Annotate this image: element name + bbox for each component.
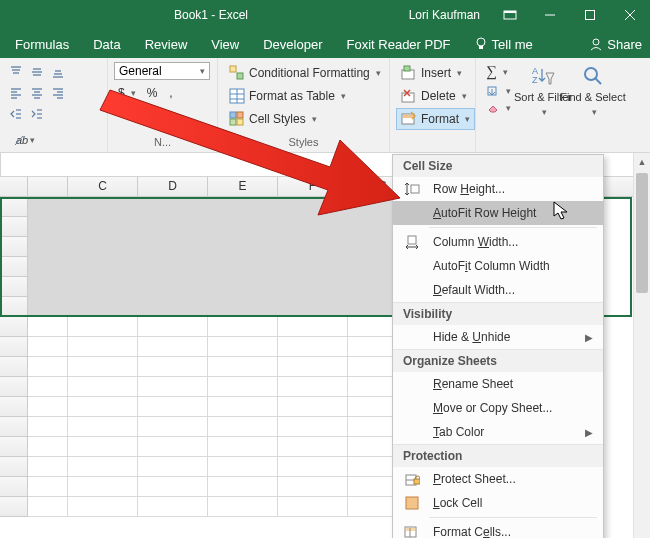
svg-rect-3 [586, 11, 595, 20]
format-cells-button[interactable]: Format▾ [396, 108, 475, 130]
menu-row-height[interactable]: Row Height... [393, 177, 603, 201]
menu-lock-cell[interactable]: Lock Cell [393, 491, 603, 515]
close-button[interactable] [610, 0, 650, 30]
ribbon-display-options-icon[interactable] [490, 0, 530, 30]
share-button[interactable]: Share [589, 37, 642, 52]
decrease-indent-icon[interactable] [6, 104, 26, 124]
column-header[interactable]: E [208, 177, 278, 196]
align-bottom-icon[interactable] [48, 62, 68, 82]
insert-cells-icon [401, 65, 417, 81]
align-right-icon[interactable] [48, 83, 68, 103]
tell-me-label: Tell me [492, 37, 533, 52]
svg-text:.00: .00 [127, 108, 136, 114]
ribbon: ab▾ ab ▾ Alignment General ▾ $▾ % , .0.0… [0, 58, 650, 153]
svg-text:.0: .0 [155, 110, 163, 120]
align-top-icon[interactable] [6, 62, 26, 82]
accounting-format-icon[interactable]: $▾ [114, 84, 140, 102]
lightbulb-icon [474, 37, 488, 51]
sort-filter-button[interactable]: AZ Sort & Filter▾ [521, 62, 565, 120]
person-icon [589, 37, 603, 51]
menu-rename-sheet[interactable]: Rename Sheet [393, 372, 603, 396]
column-header[interactable]: C [68, 177, 138, 196]
minimize-button[interactable] [530, 0, 570, 30]
maximize-button[interactable] [570, 0, 610, 30]
cell-styles-button[interactable]: Cell Styles▾ [224, 108, 386, 130]
menu-default-width[interactable]: Default Width... [393, 278, 603, 302]
format-dropdown-menu: Cell Size Row Height... AutoFit Row Heig… [392, 154, 604, 538]
column-header[interactable]: F [278, 177, 348, 196]
delete-cells-button[interactable]: Delete▾ [396, 85, 475, 107]
increase-decimal-icon[interactable]: .0.00 [114, 106, 140, 122]
find-select-icon [581, 65, 605, 87]
menu-format-cells[interactable]: Format Cells... [393, 520, 603, 538]
insert-cells-button[interactable]: Insert▾ [396, 62, 475, 84]
format-cells-icon [401, 111, 417, 127]
ribbon-group-styles: Conditional Formatting▾ Format as Table▾… [218, 58, 390, 152]
percent-format-icon[interactable]: % [142, 84, 163, 102]
find-select-label: Find & Select [560, 91, 625, 103]
menu-protect-sheet[interactable]: Protect Sheet... [393, 467, 603, 491]
svg-rect-75 [406, 497, 418, 509]
cells-group-label [390, 134, 475, 152]
fill-icon[interactable]: ▾ [482, 84, 515, 98]
scroll-thumb[interactable] [636, 173, 648, 293]
menu-move-copy-sheet[interactable]: Move or Copy Sheet... [393, 396, 603, 420]
submenu-arrow-icon: ▶ [585, 332, 593, 343]
decrease-decimal-icon[interactable]: .00.0 [142, 106, 168, 122]
tab-view[interactable]: View [202, 33, 248, 56]
user-name[interactable]: Lori Kaufman [409, 8, 480, 22]
svg-rect-7 [479, 46, 483, 49]
tab-developer[interactable]: Developer [254, 33, 331, 56]
ribbon-group-cells: Insert▾ Delete▾ Format▾ [390, 58, 476, 152]
select-all-corner[interactable] [0, 177, 28, 196]
tab-formulas[interactable]: Formulas [6, 33, 78, 56]
protect-sheet-icon [403, 470, 421, 488]
autosum-icon[interactable]: ∑▾ [482, 62, 515, 81]
menu-rename-sheet-label: Rename Sheet [433, 377, 513, 391]
menu-autofit-row-height[interactable]: AutoFit Row Height [393, 201, 603, 225]
menu-autofit-row-label: AutoFit Row Height [433, 206, 536, 220]
svg-point-6 [477, 38, 485, 46]
svg-rect-62 [403, 115, 413, 118]
orientation-icon[interactable]: ab▾ [12, 130, 36, 150]
tab-review[interactable]: Review [136, 33, 197, 56]
align-middle-icon[interactable] [27, 62, 47, 82]
menu-move-copy-label: Move or Copy Sheet... [433, 401, 552, 415]
number-format-dropdown[interactable]: General ▾ [114, 62, 210, 80]
column-header[interactable]: D [138, 177, 208, 196]
align-left-icon[interactable] [6, 83, 26, 103]
svg-rect-69 [411, 185, 419, 193]
vertical-scrollbar[interactable]: ▲ [633, 153, 650, 538]
svg-line-67 [595, 78, 601, 84]
ribbon-group-alignment: ab▾ ab ▾ Alignment [0, 58, 108, 152]
align-center-icon[interactable] [27, 83, 47, 103]
ribbon-tabs: Formulas Data Review View Developer Foxi… [0, 30, 650, 58]
increase-indent-icon[interactable] [27, 104, 47, 124]
window-title: Book1 - Excel [174, 8, 248, 22]
menu-tab-color[interactable]: Tab Color ▶ [393, 420, 603, 444]
menu-protect-sheet-label: Protect Sheet... [433, 472, 516, 486]
menu-hide-unhide[interactable]: Hide & Unhide ▶ [393, 325, 603, 349]
svg-rect-47 [237, 73, 243, 79]
tab-data[interactable]: Data [84, 33, 129, 56]
svg-rect-46 [230, 66, 236, 72]
format-cells-label: Format [421, 112, 459, 126]
tell-me[interactable]: Tell me [466, 33, 541, 56]
svg-rect-53 [237, 112, 243, 118]
conditional-formatting-button[interactable]: Conditional Formatting▾ [224, 62, 386, 84]
delete-cells-label: Delete [421, 89, 456, 103]
scroll-up-icon[interactable]: ▲ [634, 153, 650, 170]
comma-format-icon[interactable]: , [164, 84, 177, 102]
menu-hide-unhide-label: Hide & Unhide [433, 330, 510, 344]
share-label: Share [607, 37, 642, 52]
svg-text:Z: Z [532, 75, 538, 85]
tab-foxit[interactable]: Foxit Reader PDF [338, 33, 460, 56]
mouse-cursor-icon [553, 201, 571, 223]
column-header[interactable] [28, 177, 68, 196]
menu-autofit-column-width[interactable]: AutoFit Column Width [393, 254, 603, 278]
find-select-button[interactable]: Find & Select▾ [571, 62, 615, 120]
clear-icon[interactable]: ▾ [482, 101, 515, 115]
sort-filter-icon: AZ [531, 65, 555, 87]
menu-column-width[interactable]: Column Width... [393, 230, 603, 254]
format-as-table-button[interactable]: Format as Table▾ [224, 85, 386, 107]
